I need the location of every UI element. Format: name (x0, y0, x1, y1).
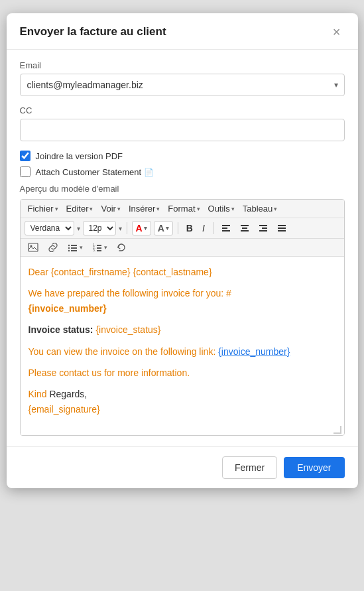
undo-button[interactable] (113, 241, 129, 253)
toolbar-divider-3 (213, 222, 213, 234)
font-chevron-icon: ▾ (77, 225, 80, 232)
editor-line-5: Please contact us for more information. (29, 365, 336, 380)
svg-rect-7 (262, 228, 267, 229)
menu-fichier[interactable]: Fichier ▾ (25, 202, 62, 215)
ul-chevron-icon: ▾ (80, 244, 83, 251)
cc-label: CC (20, 105, 345, 115)
bold-button[interactable]: B (183, 222, 196, 235)
statement-checkbox-row: Attach Customer Statement 📄 (20, 166, 345, 177)
modal-body: Email clients@myleadmanager.biz ▾ CC Joi… (7, 50, 358, 446)
editor-line-3: Invoice status: {invoice_status} (29, 322, 336, 337)
svg-rect-25 (97, 250, 101, 251)
svg-point-18 (68, 250, 69, 251)
svg-rect-3 (241, 225, 249, 226)
svg-rect-17 (71, 247, 77, 249)
editor-line-7: {email_signature} (29, 402, 336, 417)
menu-tableau[interactable]: Tableau ▾ (239, 202, 281, 215)
preview-section-title: Aperçu du modèle d'email (20, 184, 345, 194)
cancel-button[interactable]: Fermer (222, 456, 277, 479)
toolbar-divider-1 (127, 222, 127, 234)
attachment-icon: 📄 (144, 168, 154, 177)
email-editor: Fichier ▾ Editer ▾ Voir ▾ Insérer ▾ Form… (20, 199, 345, 436)
insert-image-button[interactable] (25, 241, 42, 253)
editor-content-area[interactable]: Dear {contact_firstname} {contact_lastna… (21, 257, 344, 425)
svg-rect-1 (222, 228, 227, 229)
pdf-checkbox[interactable] (20, 151, 30, 161)
tableau-chevron-icon: ▾ (274, 206, 277, 212)
svg-rect-23 (97, 247, 101, 249)
email-select-wrapper: clients@myleadmanager.biz ▾ (20, 74, 345, 96)
svg-rect-0 (222, 225, 230, 226)
bg-color-button[interactable]: A ▾ (154, 221, 173, 235)
toolbar-menu-row: Fichier ▾ Editer ▾ Voir ▾ Insérer ▾ Form… (21, 200, 344, 218)
align-left-button[interactable] (218, 222, 234, 234)
toolbar-insert-row: ▾ 1.2.3. ▾ (21, 239, 344, 257)
menu-inserer[interactable]: Insérer ▾ (125, 202, 163, 215)
editor-resize-handle[interactable] (21, 425, 344, 435)
italic-button[interactable]: I (199, 222, 208, 235)
menu-editer[interactable]: Editer ▾ (63, 202, 97, 215)
svg-rect-2 (222, 230, 230, 231)
svg-rect-9 (278, 225, 286, 226)
pdf-checkbox-row: Joindre la version PDF (20, 151, 345, 161)
svg-rect-19 (71, 250, 77, 251)
svg-text:3.: 3. (93, 248, 95, 252)
editor-line-1: Dear {contact_firstname} {contact_lastna… (29, 265, 336, 279)
editor-line-6: Kind Regards, (29, 387, 336, 401)
cc-input[interactable] (20, 119, 345, 141)
statement-checkbox[interactable] (20, 166, 30, 177)
bg-color-chevron-icon: ▾ (166, 225, 169, 231)
modal-header: Envoyer la facture au client × (7, 13, 358, 50)
svg-rect-15 (71, 245, 77, 246)
ordered-list-button[interactable]: 1.2.3. ▾ (89, 241, 111, 253)
align-center-button[interactable] (237, 222, 253, 234)
ol-chevron-icon: ▾ (104, 244, 107, 251)
svg-point-16 (68, 247, 69, 249)
font-size-select[interactable]: 12pt (83, 221, 116, 235)
align-right-button[interactable] (255, 222, 271, 234)
modal-dialog: Envoyer la facture au client × Email cli… (7, 13, 358, 488)
svg-rect-10 (278, 228, 286, 229)
modal-footer: Fermer Envoyer (7, 446, 358, 488)
svg-point-14 (68, 245, 69, 246)
unordered-list-button[interactable]: ▾ (64, 241, 86, 253)
insert-link-button[interactable] (44, 241, 62, 253)
menu-format[interactable]: Format ▾ (164, 202, 203, 215)
svg-rect-4 (242, 228, 247, 229)
menu-outils[interactable]: Outils ▾ (205, 202, 238, 215)
svg-rect-21 (97, 245, 101, 246)
editor-line-4: You can view the invoice on the followin… (29, 344, 336, 359)
svg-rect-12 (29, 243, 38, 251)
format-chevron-icon: ▾ (197, 206, 200, 212)
align-justify-button[interactable] (274, 222, 290, 234)
svg-rect-11 (278, 230, 286, 231)
resize-icon (334, 426, 341, 434)
font-color-chevron-icon: ▾ (144, 225, 147, 231)
send-button[interactable]: Envoyer (284, 457, 344, 478)
svg-rect-6 (259, 225, 267, 226)
svg-rect-8 (259, 230, 267, 231)
email-select[interactable]: clients@myleadmanager.biz (20, 74, 345, 96)
statement-checkbox-label: Attach Customer Statement 📄 (36, 167, 154, 177)
close-button[interactable]: × (329, 24, 345, 40)
outils-chevron-icon: ▾ (231, 206, 235, 212)
toolbar-font-row: Verdana ▾ 12pt ▾ A ▾ A ▾ (21, 218, 344, 239)
voir-chevron-icon: ▾ (117, 206, 121, 212)
modal-title: Envoyer la facture au client (20, 25, 166, 38)
font-family-select[interactable]: Verdana (25, 221, 74, 235)
svg-rect-5 (241, 230, 249, 231)
editer-chevron-icon: ▾ (90, 206, 93, 212)
editor-line-2: We have prepared the following invoice f… (29, 286, 336, 316)
menu-voir[interactable]: Voir ▾ (97, 202, 123, 215)
modal-overlay: Envoyer la facture au client × Email cli… (0, 0, 364, 591)
invoice-link[interactable]: {invoice_number} (218, 346, 290, 357)
size-chevron-icon: ▾ (119, 225, 122, 232)
toolbar-divider-2 (178, 222, 178, 234)
inserer-chevron-icon: ▾ (156, 206, 160, 212)
fichier-chevron-icon: ▾ (55, 206, 58, 212)
email-label: Email (20, 60, 345, 70)
font-color-button[interactable]: A ▾ (132, 221, 151, 235)
pdf-checkbox-label: Joindre la version PDF (36, 151, 123, 161)
